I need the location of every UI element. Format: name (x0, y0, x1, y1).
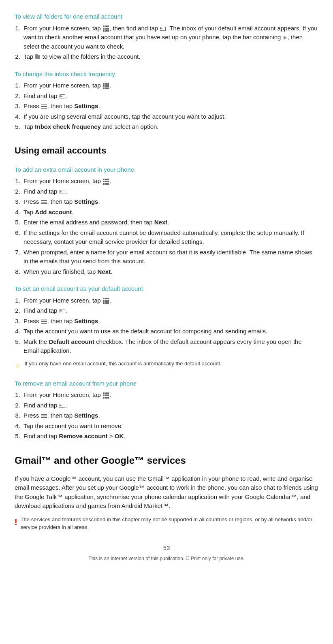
email-icon (60, 190, 65, 194)
topic-set-default: To set an email account as your default … (15, 284, 318, 371)
list-item: From your Home screen, tap , then find a… (22, 24, 318, 51)
topic-add-account: To add an extra email account in your ph… (15, 165, 318, 277)
section-heading-using-email: Using email accounts (15, 144, 318, 157)
tip-default-account: ☼ If you only have one email account, th… (15, 360, 318, 371)
topic-heading-add-account: To add an extra email account in your ph… (15, 165, 318, 175)
steps-remove-account: From your Home screen, tap . Find and ta… (22, 390, 318, 441)
topic-change-frequency: To change the inbox check frequency From… (15, 70, 318, 132)
list-item: When you are finished, tap Next. (22, 267, 318, 277)
topic-remove-account: To remove an email account from your pho… (15, 379, 318, 441)
grid-icon (103, 26, 109, 32)
list-item: Press , then tap Settings. (22, 102, 318, 111)
menu-icon (41, 414, 47, 418)
steps-set-default: From your Home screen, tap . Find and ta… (22, 296, 318, 356)
list-item: From your Home screen, tap . (22, 296, 318, 305)
list-item: If the settings for the email account ca… (22, 228, 318, 247)
menu-icon (41, 104, 47, 109)
list-item: Tap Inbox check frequency and select an … (22, 122, 318, 132)
email-icon (160, 27, 166, 31)
list-item: Tap the account you want to remove. (22, 422, 318, 431)
topic-heading-remove-account: To remove an email account from your pho… (15, 379, 318, 388)
steps-view-folders: From your Home screen, tap , then find a… (22, 24, 318, 62)
gmail-paragraph: If you have a Google™ account, you can u… (15, 474, 318, 511)
menu-icon (41, 200, 47, 204)
list-item: Tap to view all the folders in the accou… (22, 52, 318, 62)
warning-note: ! The services and features described in… (15, 516, 318, 531)
list-item: If you are using several email accounts,… (22, 112, 318, 122)
list-item: Press , then tap Settings. (22, 411, 318, 420)
section-heading-gmail: Gmail™ and other Google™ services (15, 453, 318, 468)
steps-change-frequency: From your Home screen, tap . Find and ta… (22, 81, 318, 132)
list-item: Press , then tap Settings. (22, 197, 318, 207)
page-number: 53 (15, 544, 318, 553)
menu-icon (41, 320, 47, 324)
arrow-icon (284, 36, 287, 40)
topic-heading-view-folders: To view all folders for one email accoun… (15, 12, 318, 21)
topic-heading-change-frequency: To change the inbox check frequency (15, 70, 318, 79)
email-icon (60, 404, 65, 408)
list-item: Enter the email address and password, th… (22, 218, 318, 227)
list-item: Mark the Default account checkbox. The i… (22, 337, 318, 356)
grid-icon (103, 179, 109, 185)
topic-view-folders: To view all folders for one email accoun… (15, 12, 318, 62)
list-item: From your Home screen, tap . (22, 177, 318, 186)
email-icon (60, 94, 65, 98)
list-item: When prompted, enter a name for your ema… (22, 248, 318, 266)
tip-icon: ☼ (15, 360, 21, 371)
topic-heading-set-default: To set an email account as your default … (15, 284, 318, 294)
grid-icon (103, 83, 109, 89)
grid-icon (103, 392, 109, 399)
grid-icon (103, 298, 109, 304)
list-item: Find and tap . (22, 92, 318, 101)
email-icon (60, 309, 65, 313)
list-item: Find and tap . (22, 401, 318, 410)
list-item: Find and tap Remove account > OK. (22, 432, 318, 441)
list-item: Find and tap . (22, 306, 318, 316)
list-item: Tap the account you want to use as the d… (22, 327, 318, 336)
warning-icon: ! (15, 516, 17, 528)
list-item: Tap Add account. (22, 208, 318, 217)
folder-icon (35, 55, 40, 59)
list-item: From your Home screen, tap . (22, 390, 318, 400)
steps-add-account: From your Home screen, tap . Find and ta… (22, 177, 318, 276)
footer-text: This is an Internet version of this publ… (15, 555, 318, 562)
tip-text: If you only have one email account, this… (25, 360, 222, 368)
list-item: Find and tap . (22, 187, 318, 196)
warning-text: The services and features described in t… (21, 516, 318, 531)
list-item: Press , then tap Settings. (22, 317, 318, 326)
list-item: From your Home screen, tap . (22, 81, 318, 90)
